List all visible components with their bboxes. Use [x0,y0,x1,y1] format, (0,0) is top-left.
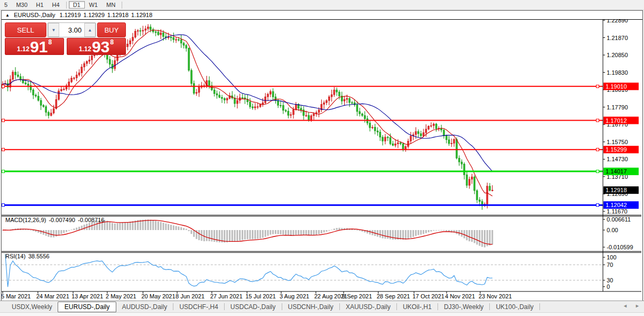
chart-canvas[interactable]: 1.228901.218701.208501.198301.188101.177… [2,20,641,301]
tab-usdchf-h4[interactable]: USDCHF-,H4 [174,302,224,312]
candle-body [326,101,328,103]
collapse-triangle-icon[interactable]: ▲ [5,13,10,18]
tab-usdcnh-daily[interactable]: USDCNH-,Daily [283,302,339,312]
macd-histogram-bar [30,230,31,231]
candle-body [489,186,490,191]
date-label: 28 Sep 2021 [377,293,410,299]
macd-histogram-bar [27,230,29,230]
chart-title-row: ▲ EURUSD-,Daily 1.12919 1.12929 1.12918 … [2,11,642,20]
volume-increase-icon[interactable]: ▲ [84,23,96,37]
tab-scroll-left-icon[interactable]: ◄ [623,303,627,309]
macd-histogram-bar [244,230,246,240]
timeframe-button-5[interactable]: 5 [0,1,12,9]
candle-body [372,127,373,128]
candle-body [344,99,345,101]
buy-button[interactable]: BUY [97,22,126,37]
macd-histogram-bar [165,224,166,230]
candle-body [142,30,144,31]
candle-body [280,105,282,106]
candle-body [328,97,330,100]
candle-body [387,137,388,138]
candle-body [323,103,325,105]
candle-body [53,109,54,113]
macd-histogram-bar [66,230,67,232]
tab-scroll-right-icon[interactable]: ► [635,303,640,309]
macd-histogram-bar [412,230,414,237]
candle-body [140,30,141,31]
candle-body [402,144,404,149]
candle-body [178,40,179,40]
candle-body [83,64,85,67]
tab-separator [173,303,173,310]
date-label: 13 Apr 2021 [71,293,103,299]
macd-histogram-bar [303,230,305,235]
date-label: 17 Oct 2021 [412,293,444,299]
date-label: 24 Mar 2021 [36,293,69,299]
rsi-label: RSI(14) [5,253,26,259]
candle-body [81,67,83,73]
status-strip [0,312,644,316]
candle-body [198,88,200,93]
tab-dj30-weekly[interactable]: DJ30-,Weekly [439,302,489,312]
candle-body [168,37,169,38]
hline-marker [2,119,5,122]
date-label: 3 Aug 2021 [280,293,309,299]
macd-histogram-bar [405,230,407,240]
candle-body [14,72,16,75]
tab-audusd-daily[interactable]: AUDUSD-,Daily [116,302,172,312]
candle-body [76,75,77,77]
macd-histogram-bar [247,230,248,239]
timeframe-button-W1[interactable]: W1 [85,1,102,9]
tab-xauusd-daily[interactable]: XAUUSD-,Daily [340,302,396,312]
macd-histogram-bar [290,230,292,236]
candle-body [224,99,225,100]
chart-window: ▲ EURUSD-,Daily 1.12919 1.12929 1.12918 … [1,10,643,302]
sell-price-box[interactable]: 1.12 91 8 [5,38,64,55]
candle-body [219,95,220,97]
candle-body [277,100,279,105]
candle-body [491,190,493,191]
candle-body [145,29,146,30]
candle-body [132,37,133,41]
timeframe-button-M30[interactable]: M30 [12,1,31,9]
macd-histogram-bar [242,230,243,240]
macd-histogram-bar [428,230,430,232]
tab-usdcad-daily[interactable]: USDCAD-,Daily [225,302,281,312]
timeframe-button-H1[interactable]: H1 [32,1,48,9]
candle-body [471,177,473,179]
timeframe-button-H4[interactable]: H4 [48,1,64,9]
candle-body [257,107,259,107]
candle-body [12,72,14,80]
candle-body [20,76,21,80]
macd-histogram-bar [40,230,42,234]
timeframe-button-D1[interactable]: D1 [69,1,85,9]
volume-input[interactable]: 3.00 [59,23,84,37]
sell-button[interactable]: SELL [5,22,46,37]
tab-uk100-daily[interactable]: UK100-,Daily [490,302,539,312]
macd-histogram-bar [367,230,368,233]
volume-decrease-icon[interactable]: ▼ [48,23,59,37]
macd-histogram-bar [153,220,154,230]
candle-body [216,94,218,96]
candle-body [410,136,411,141]
candle-body [295,105,297,110]
macd-histogram-bar [114,224,116,230]
macd-histogram-bar [338,228,340,230]
macd-histogram-bar [318,230,320,234]
tab-usdx-weekly[interactable]: USDX,Weekly [6,302,58,312]
macd-histogram-bar [269,230,271,235]
tab-separator [396,303,397,310]
candle-body [392,144,394,145]
timeframe-button-MN[interactable]: MN [102,1,120,9]
candle-body [134,31,136,37]
candle-body [359,112,361,114]
macd-histogram-bar [234,230,235,241]
tab-eurusd-daily[interactable]: EURUSD-,Daily [58,302,117,312]
sell-price-big: 91 [30,41,47,53]
buy-price-box[interactable]: 1.12 93 8 [67,38,126,55]
tab-ukoil-h1[interactable]: UKOil-,H1 [397,302,437,312]
price-tick-label: 1.11670 [607,208,627,215]
macd-histogram-bar [308,230,309,235]
macd-histogram-bar [142,220,144,230]
macd-histogram-bar [481,230,483,247]
